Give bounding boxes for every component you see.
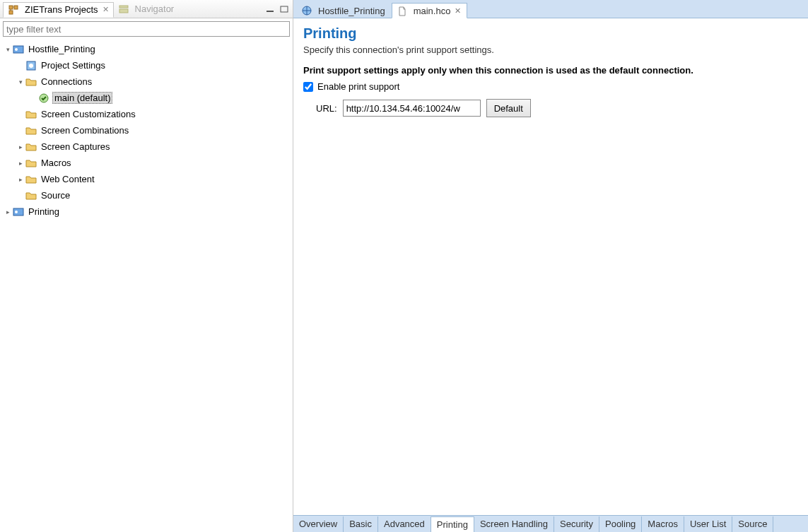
folder-icon [25, 190, 37, 201]
view-tab-zietrans-projects[interactable]: ZIETrans Projects ✕ [3, 2, 114, 18]
tree-icon [8, 4, 19, 16]
chevron-right-icon[interactable]: ▸ [16, 143, 25, 150]
maximize-view-icon[interactable] [279, 4, 290, 14]
editor-tab-main-hco[interactable]: main.hco ✕ [392, 3, 468, 18]
svg-rect-2 [9, 11, 13, 14]
tree-label: Project Settings [40, 60, 107, 71]
editor-body: Printing Specify this connection's print… [293, 18, 808, 515]
connection-icon [38, 93, 49, 104]
chevron-down-icon[interactable]: ▾ [16, 78, 25, 85]
project-tree: ▾ Hostfile_Printing Project Settings ▾ C… [0, 40, 293, 532]
editor-bottom-tab-bar: Overview Basic Advanced Printing Screen … [293, 515, 808, 532]
folder-icon [25, 125, 37, 136]
globe-icon [301, 5, 312, 16]
svg-rect-8 [281, 6, 288, 12]
editor-tab-label: Hostfile_Printing [318, 6, 385, 16]
filter-row [0, 18, 293, 40]
enable-print-support-row[interactable]: Enable print support [303, 81, 798, 92]
settings-icon [25, 60, 37, 71]
tree-item-screen-customizations[interactable]: Screen Customizations [0, 106, 293, 122]
svg-point-10 [15, 48, 18, 51]
tree-label: Macros [40, 158, 73, 168]
tree-item-hostfile-printing[interactable]: ▾ Hostfile_Printing [0, 41, 293, 57]
tree-item-source[interactable]: Source [0, 187, 293, 203]
svg-rect-0 [9, 6, 13, 9]
folder-icon [25, 109, 37, 120]
tree-item-connections[interactable]: ▾ Connections [0, 73, 293, 90]
bottom-tab-overview[interactable]: Overview [293, 516, 344, 532]
view-tab-navigator[interactable]: Navigator [114, 1, 179, 17]
svg-rect-6 [119, 9, 128, 13]
bottom-tab-macros[interactable]: Macros [642, 516, 684, 532]
url-row: URL: Default [316, 99, 798, 117]
svg-rect-7 [267, 11, 274, 12]
chevron-down-icon[interactable]: ▾ [3, 46, 13, 53]
bottom-tab-security[interactable]: Security [554, 516, 599, 532]
svg-point-12 [29, 64, 33, 68]
svg-rect-1 [14, 6, 18, 9]
view-tab-label: ZIETrans Projects [25, 4, 98, 15]
tree-item-web-content[interactable]: ▸ Web Content [0, 171, 293, 187]
tree-item-macros[interactable]: ▸ Macros [0, 155, 293, 171]
enable-print-support-checkbox[interactable] [303, 82, 313, 92]
tree-item-screen-captures[interactable]: ▸ Screen Captures [0, 138, 293, 155]
chevron-right-icon[interactable]: ▸ [3, 208, 13, 215]
tree-item-main-default[interactable]: main (default) [0, 90, 293, 106]
filter-input[interactable] [3, 21, 290, 37]
tree-label: main (default) [52, 92, 112, 104]
folder-icon [25, 76, 37, 88]
tree-label: Screen Customizations [40, 109, 137, 119]
chevron-right-icon[interactable]: ▸ [16, 160, 25, 167]
tree-item-screen-combinations[interactable]: Screen Combinations [0, 122, 293, 138]
tree-label: Source [40, 190, 71, 201]
tree-label: Printing [27, 206, 61, 217]
folder-icon [25, 174, 37, 185]
project-explorer-panel: ZIETrans Projects ✕ Navigator ▾ Hostfile… [0, 0, 293, 532]
enable-print-support-label: Enable print support [317, 81, 399, 92]
default-button[interactable]: Default [486, 99, 531, 117]
project-icon [13, 206, 24, 218]
editor-tab-hostfile-printing[interactable]: Hostfile_Printing [296, 2, 392, 18]
page-title: Printing [303, 25, 798, 42]
bottom-tab-pooling[interactable]: Pooling [599, 516, 642, 532]
svg-rect-5 [119, 6, 128, 8]
bottom-tab-printing[interactable]: Printing [431, 516, 474, 532]
bottom-tab-basic[interactable]: Basic [344, 516, 378, 532]
url-label: URL: [316, 103, 337, 114]
tree-label: Screen Combinations [40, 125, 130, 136]
tree-label: Screen Captures [40, 141, 112, 152]
bottom-tab-user-list[interactable]: User List [684, 516, 732, 532]
file-icon [397, 6, 408, 17]
editor-tab-label: main.hco [414, 6, 451, 16]
editor-panel: Hostfile_Printing main.hco ✕ Printing Sp… [293, 0, 808, 532]
navigator-icon [118, 4, 129, 15]
tree-label: Connections [40, 76, 93, 87]
close-icon[interactable]: ✕ [103, 5, 109, 14]
tree-item-project-settings[interactable]: Project Settings [0, 57, 293, 73]
bottom-tab-screen-handling[interactable]: Screen Handling [474, 516, 554, 532]
project-icon [13, 44, 24, 55]
bottom-tab-advanced[interactable]: Advanced [378, 516, 431, 532]
tree-label: Hostfile_Printing [27, 44, 97, 54]
editor-tab-bar: Hostfile_Printing main.hco ✕ [293, 0, 808, 18]
folder-icon [25, 158, 37, 169]
tree-item-printing[interactable]: ▸ Printing [0, 203, 293, 220]
close-icon[interactable]: ✕ [455, 6, 461, 16]
page-subtitle: Specify this connection's print support … [303, 45, 798, 55]
chevron-right-icon[interactable]: ▸ [16, 176, 25, 183]
folder-icon [25, 141, 37, 153]
print-support-note: Print support settings apply only when t… [303, 65, 798, 76]
view-tab-label: Navigator [135, 4, 175, 14]
url-input[interactable] [343, 100, 481, 117]
tree-label: Web Content [40, 174, 96, 184]
svg-point-15 [15, 211, 18, 213]
view-tab-bar: ZIETrans Projects ✕ Navigator [0, 0, 293, 18]
minimize-view-icon[interactable] [264, 4, 276, 14]
bottom-tab-source[interactable]: Source [732, 516, 773, 532]
